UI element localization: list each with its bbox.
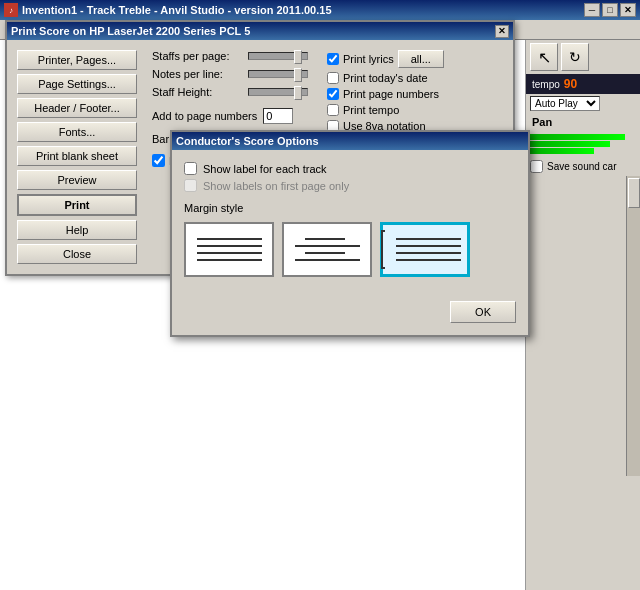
margin-line-indent [305,252,345,254]
print-lyrics-checkbox[interactable] [327,53,339,65]
close-button[interactable]: ✕ [620,3,636,17]
green-bar-3 [530,148,594,154]
conductor-content: Show label for each track Show labels on… [172,150,528,301]
page-settings-button[interactable]: Page Settings... [17,74,137,94]
staff-height-thumb [294,86,302,100]
close-dialog-button[interactable]: Close [17,244,137,264]
auto-play-row: Auto Play [526,94,640,113]
staffs-slider[interactable] [248,52,308,60]
margin-style-label: Margin style [184,202,516,214]
printer-pages-button[interactable]: Printer, Pages... [17,50,137,70]
bracket-symbol [381,230,385,269]
staffs-label: Staffs per page: [152,50,242,62]
print-date-checkbox[interactable] [327,72,339,84]
notes-row: Notes per line: [152,68,312,80]
tempo-area: tempo 90 [526,74,640,94]
right-panel: ↖ ↻ tempo 90 Auto Play Pan Save sound ca… [525,40,640,590]
print-tempo-row: Print tempo [327,104,487,116]
margin-line [295,245,360,247]
print-blank-button[interactable]: Print blank sheet [17,146,137,166]
conductor-dialog-title: Conductor's Score Options [176,135,319,147]
print-page-numbers-row: Print page numbers [327,88,487,100]
staffs-row: Staffs per page: [152,50,312,62]
scroll-thumb[interactable] [628,178,640,208]
margin-line [295,259,360,261]
print-date-row: Print today's date [327,72,487,84]
margin-lines-1 [189,230,270,269]
show-label-row: Show label for each track [184,162,516,175]
add-page-numbers-row: Add to page numbers [152,108,312,124]
margin-lines-3 [388,230,469,269]
scrollbar-container [526,176,640,476]
print-dialog-title: Print Score on HP LaserJet 2200 Series P… [11,25,250,37]
app-icon: ♪ [4,3,18,17]
ok-row: OK [172,301,528,335]
show-labels-first-checkbox[interactable] [184,179,197,192]
margin-line [396,252,461,254]
margin-line [197,252,262,254]
margin-line [197,245,262,247]
conductor-dialog: Conductor's Score Options Show label for… [170,130,530,337]
staffs-thumb [294,50,302,64]
margin-option-2[interactable] [282,222,372,277]
show-label-checkbox[interactable] [184,162,197,175]
app-title: Invention1 - Track Treble - Anvil Studio… [22,4,332,16]
add-value-input[interactable] [263,108,293,124]
print-lyrics-row: Print lyrics all... [327,50,487,68]
print-dialog-close[interactable]: ✕ [495,25,509,38]
title-bar: ♪ Invention1 - Track Treble - Anvil Stud… [0,0,640,20]
margin-line [396,259,461,261]
maximize-button[interactable]: □ [602,3,618,17]
show-label-text: Show label for each track [203,163,327,175]
ok-button[interactable]: OK [450,301,516,323]
print-button[interactable]: Print [17,194,137,216]
cursor-tool-button[interactable]: ↖ [530,43,558,71]
notes-label: Notes per line: [152,68,242,80]
add-label: Add to page numbers [152,110,257,122]
margin-line-indent [305,238,345,240]
margin-options [184,222,516,277]
print-lyrics-label: Print lyrics [343,53,394,65]
print-lyrics-cb-row: Print lyrics [327,53,394,65]
margin-line [396,238,461,240]
green-bar-1 [530,134,625,140]
top-controls: ↖ ↻ [526,40,640,74]
title-bar-left: ♪ Invention1 - Track Treble - Anvil Stud… [4,3,332,17]
tempo-value: 90 [564,77,577,91]
conductor-dialog-title-bar: Conductor's Score Options [172,132,528,150]
show-labels-first-row: Show labels on first page only [184,179,516,192]
auto-play-select[interactable]: Auto Play [530,96,600,111]
staff-height-label: Staff Height: [152,86,242,98]
margin-line [197,238,262,240]
print-page-numbers-label: Print page numbers [343,88,439,100]
print-tempo-checkbox[interactable] [327,104,339,116]
minimize-button[interactable]: ─ [584,3,600,17]
margin-lines-2 [287,230,368,269]
fonts-button[interactable]: Fonts... [17,122,137,142]
green-bar-2 [530,141,610,147]
title-bar-buttons: ─ □ ✕ [584,3,636,17]
save-sound-label: Save sound car [547,161,617,172]
staff-height-row: Staff Height: [152,86,312,98]
staff-height-slider[interactable] [248,88,308,96]
box-first-line-checkbox[interactable] [152,154,165,167]
help-button[interactable]: Help [17,220,137,240]
print-tempo-label: Print tempo [343,104,399,116]
vertical-scrollbar[interactable] [626,176,640,476]
print-dialog-title-bar: Print Score on HP LaserJet 2200 Series P… [7,22,513,40]
notes-slider[interactable] [248,70,308,78]
margin-option-1[interactable] [184,222,274,277]
print-left-col: Printer, Pages... Page Settings... Heade… [17,50,137,264]
notes-thumb [294,68,302,82]
show-labels-first-text: Show labels on first page only [203,180,349,192]
print-date-label: Print today's date [343,72,428,84]
header-footer-button[interactable]: Header / Footer... [17,98,137,118]
margin-line [197,259,262,261]
margin-option-3[interactable] [380,222,470,277]
save-sound-checkbox[interactable] [530,160,543,173]
preview-button[interactable]: Preview [17,170,137,190]
all-button[interactable]: all... [398,50,444,68]
refresh-button[interactable]: ↻ [561,43,589,71]
margin-line [396,245,461,247]
print-page-numbers-checkbox[interactable] [327,88,339,100]
